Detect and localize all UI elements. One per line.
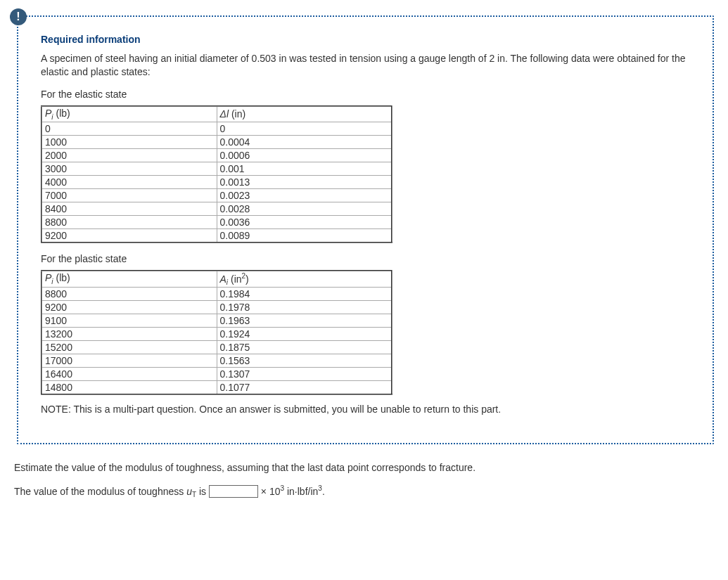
info-icon: !	[10, 8, 27, 25]
table-row: 170000.1563	[41, 354, 392, 368]
intro-paragraph: A specimen of steel having an initial di…	[41, 52, 690, 79]
question-area: Estimate the value of the modulus of tou…	[0, 458, 728, 513]
table-row: 91000.1963	[41, 314, 392, 328]
answer-end: .	[322, 486, 325, 497]
plastic-state-label: For the plastic state	[41, 253, 690, 264]
table-row: 152000.1875	[41, 341, 392, 354]
table-row: 148000.1077	[41, 381, 392, 395]
table-row: 132000.1924	[41, 328, 392, 341]
table-row: 40000.0013	[41, 175, 392, 188]
table-row: Pi (lb) Δl (in)	[41, 106, 392, 122]
answer-mid: is	[196, 486, 209, 497]
plastic-table: Pi (lb) Ai (in2) 88000.1984 92000.1978 9…	[41, 270, 392, 395]
table-row: 164000.1307	[41, 368, 392, 381]
answer-prefix: The value of the modulus of toughness	[14, 486, 186, 497]
elastic-header-d: Δl (in)	[217, 106, 392, 122]
multipart-note: NOTE: This is a multi-part question. Onc…	[41, 404, 690, 415]
elastic-table: Pi (lb) Δl (in) 00 10000.0004 20000.0006…	[41, 105, 392, 243]
table-row: 88000.1984	[41, 288, 392, 301]
table-row: 92000.0089	[41, 228, 392, 243]
table-row: 10000.0004	[41, 135, 392, 148]
required-title: Required information	[41, 34, 690, 45]
answer-symbol: u	[186, 486, 192, 497]
table-row: 30000.001	[41, 162, 392, 175]
answer-unit: in·lbf/in	[284, 486, 318, 497]
elastic-state-label: For the elastic state	[41, 89, 690, 100]
answer-mult: × 10	[258, 486, 281, 497]
plastic-header-p: Pi (lb)	[41, 271, 217, 288]
table-row: 00	[41, 122, 392, 135]
table-row: 84000.0028	[41, 202, 392, 215]
table-row: 20000.0006	[41, 148, 392, 162]
table-row: Pi (lb) Ai (in2)	[41, 271, 392, 288]
required-info-box: ! Required information A specimen of ste…	[17, 15, 714, 444]
table-row: 70000.0023	[41, 188, 392, 202]
toughness-input[interactable]	[209, 485, 258, 498]
elastic-header-p: Pi (lb)	[41, 106, 217, 122]
table-row: 88000.0036	[41, 215, 392, 228]
table-row: 92000.1978	[41, 301, 392, 314]
plastic-header-a: Ai (in2)	[217, 271, 392, 288]
question-text: Estimate the value of the modulus of tou…	[14, 461, 714, 475]
answer-line: The value of the modulus of toughness uT…	[14, 484, 714, 498]
